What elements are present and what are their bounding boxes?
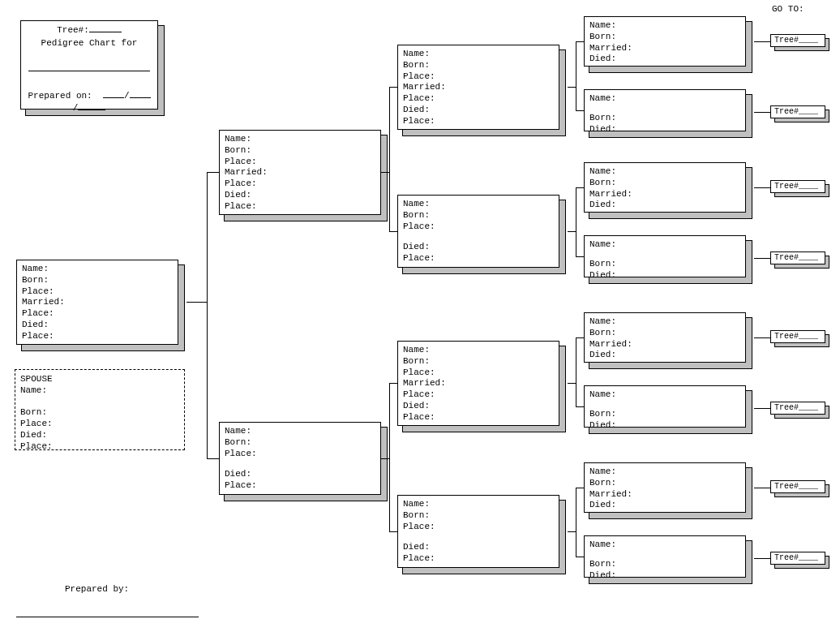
tree-tag-11: Tree#____ [770,251,825,264]
header-box: Tree#: Pedigree Chart for Prepared on: /… [20,20,158,110]
person-14-box: Name: Born: Married: Died: [584,462,746,513]
tree-tag-14: Tree#____ [770,480,825,493]
tree-tag-10: Tree#____ [770,180,825,193]
prepared-by-label: Prepared by: [65,584,129,594]
tree-tag-8: Tree#____ [770,34,825,47]
tree-tag-13: Tree#____ [770,402,825,415]
person-10-box: Name: Born: Married: Died: [584,162,746,213]
person-5-box: Name: Born: Place: Died: Place: [397,195,559,268]
prepared-on-label: Prepared on: [28,91,92,101]
goto-label: GO TO: [772,4,804,14]
person-6-box: Name: Born: Place: Married: Place: Died:… [397,341,559,426]
person-4-box: Name: Born: Place: Married: Place: Died:… [397,45,559,130]
pedigree-chart-for-label: Pedigree Chart for [26,38,152,49]
spouse-box: SPOUSE Name: Born: Place: Died: Place: [15,369,185,450]
person-12-box: Name: Born: Married: Died: [584,312,746,363]
tree-tag-15: Tree#____ [770,552,825,565]
person-2-box: Name: Born: Place: Married: Place: Died:… [219,130,381,215]
person-1-box: Name: Born: Place: Married: Place: Died:… [16,260,178,345]
tree-tag-9: Tree#____ [770,105,825,118]
prepared-by-line [16,617,199,617]
tree-tag-12: Tree#____ [770,330,825,343]
person-3-box: Name: Born: Place: Died: Place: [219,422,381,495]
person-15-box: Name: Born: Died: [584,535,746,578]
person-7-box: Name: Born: Place: Died: Place: [397,495,559,568]
person-9-box: Name: Born: Died: [584,89,746,131]
person-13-box: Name: Born: Died: [584,385,746,428]
person-11-box: Name: Born: Died: [584,235,746,277]
tree-number-label: Tree#: [57,25,89,35]
person-8-box: Name: Born: Married: Died: [584,16,746,67]
